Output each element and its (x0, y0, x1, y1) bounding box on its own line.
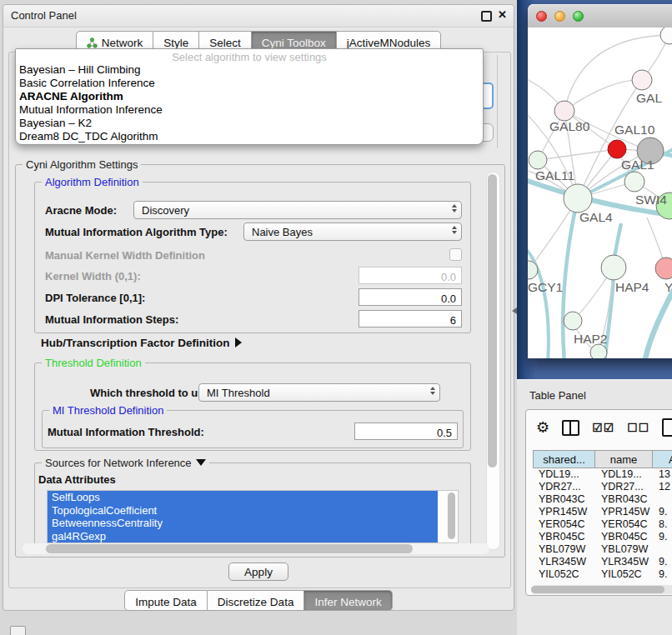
stepper-icon (452, 226, 457, 234)
close-icon[interactable]: ✕ (498, 8, 507, 21)
select-all-checkboxes-icon[interactable]: ☑☑ (592, 421, 614, 434)
zoom-traffic-light-icon[interactable] (573, 11, 584, 22)
network-node[interactable] (660, 28, 672, 44)
table-row[interactable]: YIL052CYIL052C9. (533, 568, 672, 581)
table-cell: YDR27... (595, 481, 653, 493)
algorithm-option[interactable]: Basic Correlation Inference (19, 77, 155, 89)
network-node[interactable] (624, 172, 644, 192)
table-horizontal-scrollbar[interactable] (531, 585, 672, 594)
network-node-hap2[interactable] (564, 312, 582, 330)
stepper-icon (452, 204, 457, 212)
algorithm-option[interactable]: ARACNE Algorithm (19, 90, 123, 102)
tab-label: Impute Data (135, 596, 197, 608)
node-label: HAP4 (615, 280, 649, 294)
mi-steps-field[interactable] (359, 310, 462, 328)
control-panel-titlebar[interactable]: Control Panel ✕ (3, 5, 514, 28)
split-columns-icon[interactable] (562, 420, 579, 436)
attributes-scrollbar-thumb[interactable] (448, 492, 455, 539)
table-cell: 9. (653, 556, 672, 568)
table-cell: 9. (653, 506, 672, 518)
sources-group-title[interactable]: Sources for Network Inference (42, 457, 209, 469)
table-row[interactable]: YER054CYER054C8. (533, 518, 672, 531)
tab-impute-data[interactable]: Impute Data (124, 590, 208, 611)
expand-right-icon (235, 338, 242, 348)
attribute-list-item[interactable]: gal4RGexp (48, 530, 438, 543)
bottom-tab-bar: Impute DataDiscretize DataInfer Network (3, 590, 514, 610)
kernel-width-field[interactable] (359, 267, 462, 284)
table-row[interactable]: YDR27...YDR27...12 (533, 481, 672, 493)
network-node[interactable] (590, 344, 607, 358)
mi-algorithm-type-select[interactable]: Naive Bayes (243, 222, 462, 241)
column-header-A[interactable]: A (653, 450, 672, 468)
node-label: GAL (636, 91, 662, 105)
attributes-scrollbar[interactable] (447, 492, 457, 542)
algorithm-definition-group: Algorithm Definition Aracne Mode: Discov… (34, 182, 471, 333)
algorithm-option[interactable]: Bayesian – K2 (19, 117, 92, 129)
column-header-shared[interactable]: shared... (533, 450, 595, 468)
tab-infer-network[interactable]: Infer Network (304, 590, 392, 611)
tab-label: Network (102, 37, 143, 49)
dpi-tolerance-field[interactable] (359, 288, 462, 306)
table-row[interactable]: YBR045CYBR045C9. (533, 531, 672, 543)
table-cell (653, 543, 672, 556)
close-traffic-light-icon[interactable] (536, 11, 547, 22)
settings-vertical-scrollbar-thumb[interactable] (488, 174, 497, 468)
float-window-icon[interactable] (481, 11, 492, 22)
table-cell: YIL052C (595, 568, 653, 581)
tab-discretize-data[interactable]: Discretize Data (208, 590, 305, 611)
table-row[interactable]: YLR345WYLR345W9. (533, 556, 672, 568)
table-cell: 9. (653, 568, 672, 581)
node-label: HAP2 (574, 332, 608, 346)
network-node-gal[interactable] (632, 70, 652, 90)
network-node-gal80[interactable] (554, 101, 574, 121)
algorithm-option[interactable]: Dream8 DC_TDC Algorithm (19, 130, 158, 142)
network-node-gal1[interactable] (608, 140, 626, 158)
collapse-down-icon (196, 459, 206, 466)
table-cell: YBL079W (595, 543, 653, 556)
network-node-hap4[interactable] (601, 255, 626, 280)
network-canvas[interactable]: GALGAL80GAL10GAL1GAL11SWI4GAL4GCY1HAP4YH… (528, 28, 672, 358)
settings-vertical-scrollbar[interactable] (486, 172, 500, 550)
aracne-mode-select[interactable]: Discovery (133, 201, 462, 219)
which-threshold-select[interactable]: MI Threshold (198, 383, 440, 402)
network-window-titlebar[interactable] (528, 4, 672, 28)
table-row[interactable]: YBR043CYBR043C (533, 493, 672, 506)
attribute-list-item[interactable]: BetweennessCentrality (48, 517, 438, 530)
collapsed-panel-icon[interactable] (10, 626, 26, 635)
minimize-traffic-light-icon[interactable] (554, 11, 565, 22)
settings-horizontal-scrollbar[interactable] (23, 543, 489, 554)
algorithm-option[interactable]: Bayesian – Hill Climbing (19, 63, 141, 76)
document-icon[interactable] (662, 418, 672, 437)
table-row[interactable]: YPR145WYPR145W9. (533, 506, 672, 518)
dpi-tolerance-label: DPI Tolerance [0,1]: (45, 292, 145, 304)
threshold-definition-group: Threshold Definition Which threshold to … (34, 362, 471, 451)
attribute-list-item[interactable]: SelfLoops (48, 491, 438, 504)
column-header-name[interactable]: name (595, 450, 653, 468)
manual-kernel-width-checkbox[interactable] (449, 248, 462, 261)
network-graph: GALGAL80GAL10GAL1GAL11SWI4GAL4GCY1HAP4YH… (528, 28, 672, 358)
node-label: GAL1 (621, 158, 654, 172)
network-view-window: GALGAL80GAL10GAL1GAL11SWI4GAL4GCY1HAP4YH… (528, 4, 672, 358)
mi-algorithm-type-label: Mutual Information Algorithm Type: (45, 226, 228, 238)
network-node-y[interactable] (655, 258, 672, 279)
apply-button[interactable]: Apply (228, 562, 288, 581)
table-cell: YIL052C (533, 568, 595, 581)
table-row[interactable]: YBL079WYBL079W (533, 543, 672, 556)
table-cell: YBR043C (595, 493, 653, 506)
table-row[interactable]: YDL19...YDL19...13 (533, 468, 672, 481)
settings-horizontal-scrollbar-thumb[interactable] (46, 544, 413, 553)
mi-algorithm-type-value: Naive Bayes (252, 226, 313, 238)
algorithm-option[interactable]: Mutual Information Inference (19, 103, 163, 116)
attribute-list-item[interactable]: TopologicalCoefficient (48, 504, 438, 518)
deselect-all-checkboxes-icon[interactable]: ☐☐ (627, 421, 649, 434)
aracne-mode-value: Discovery (142, 204, 189, 217)
network-node-gal4[interactable] (564, 184, 592, 212)
mi-threshold-field[interactable] (354, 422, 458, 440)
mi-threshold-label: Mutual Information Threshold: (48, 426, 204, 438)
data-attributes-list[interactable]: SelfLoopsTopologicalCoefficientBetweenne… (47, 490, 459, 543)
network-node-gal11[interactable] (529, 151, 547, 169)
gear-icon[interactable]: ⚙ (536, 419, 549, 436)
hub-definition-toggle[interactable]: Hub/Transcription Factor Definition (41, 337, 242, 349)
control-panel-title: Control Panel (11, 9, 77, 22)
table-horizontal-scrollbar-thumb[interactable] (531, 586, 664, 593)
